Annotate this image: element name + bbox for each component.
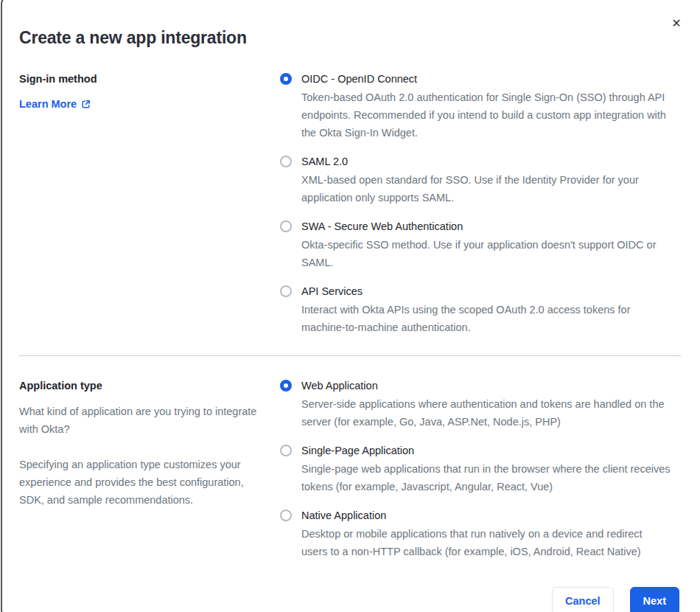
radio-option-description: Desktop or mobile applications that run … bbox=[301, 525, 671, 560]
signin-method-section: Sign-in method Learn More OIDC - OpenID … bbox=[19, 71, 681, 336]
radio-unselected-icon[interactable] bbox=[280, 445, 292, 456]
signin-method-left-column: Sign-in method Learn More bbox=[19, 71, 280, 112]
radio-option-text: Web ApplicationServer-side applications … bbox=[301, 378, 671, 431]
radio-option-api-services[interactable]: API ServicesInteract with Okta APIs usin… bbox=[280, 283, 681, 336]
radio-option-text: API ServicesInteract with Okta APIs usin… bbox=[301, 283, 671, 336]
radio-option-description: Single-page web applications that run in… bbox=[301, 460, 671, 495]
radio-unselected-icon[interactable] bbox=[280, 220, 292, 232]
dialog-footer: Cancel Next bbox=[19, 587, 681, 612]
radio-option-description: XML-based open standard for SSO. Use if … bbox=[301, 171, 671, 206]
radio-option-text: Native ApplicationDesktop or mobile appl… bbox=[301, 507, 671, 560]
radio-option-label[interactable]: Web Application bbox=[301, 378, 671, 394]
external-link-icon bbox=[81, 100, 91, 109]
radio-option-label[interactable]: SWA - Secure Web Authentication bbox=[301, 218, 671, 234]
radio-option-text: OIDC - OpenID ConnectToken-based OAuth 2… bbox=[301, 71, 671, 142]
cancel-button[interactable]: Cancel bbox=[552, 587, 614, 612]
radio-option-native-application[interactable]: Native ApplicationDesktop or mobile appl… bbox=[280, 507, 681, 560]
radio-selected-icon[interactable] bbox=[280, 73, 292, 85]
application-type-description-2: Specifying an application type customize… bbox=[19, 456, 270, 509]
radio-selected-icon[interactable] bbox=[280, 380, 292, 392]
application-type-label: Application type bbox=[19, 378, 280, 394]
radio-option-text: SWA - Secure Web AuthenticationOkta-spec… bbox=[301, 218, 671, 271]
learn-more-label: Learn More bbox=[19, 96, 77, 112]
radio-option-description: Server-side applications where authentic… bbox=[301, 395, 671, 431]
radio-option-label[interactable]: Native Application bbox=[301, 507, 671, 524]
radio-option-description: Okta-specific SSO method. Use if your ap… bbox=[301, 236, 671, 271]
application-type-description-1: What kind of application are you trying … bbox=[19, 403, 270, 438]
radio-option-label[interactable]: API Services bbox=[301, 283, 671, 299]
next-button[interactable]: Next bbox=[630, 587, 679, 612]
radio-unselected-icon[interactable] bbox=[280, 285, 292, 297]
section-divider bbox=[19, 355, 681, 356]
signin-method-label: Sign-in method bbox=[19, 71, 280, 87]
radio-option-label[interactable]: OIDC - OpenID Connect bbox=[301, 71, 671, 87]
create-app-integration-dialog: Create a new app integration Sign-in met… bbox=[0, 0, 700, 612]
dialog-title: Create a new app integration bbox=[19, 28, 681, 48]
radio-option-text: Single-Page ApplicationSingle-page web a… bbox=[301, 442, 671, 495]
radio-option-saml-2-0[interactable]: SAML 2.0XML-based open standard for SSO.… bbox=[280, 153, 681, 206]
radio-option-web-application[interactable]: Web ApplicationServer-side applications … bbox=[280, 378, 681, 431]
application-type-section: Application type What kind of applicatio… bbox=[19, 378, 681, 560]
radio-option-label[interactable]: SAML 2.0 bbox=[301, 153, 671, 170]
radio-option-description: Interact with Okta APIs using the scoped… bbox=[301, 301, 671, 336]
application-type-left-column: Application type What kind of applicatio… bbox=[19, 378, 280, 509]
radio-option-description: Token-based OAuth 2.0 authentication for… bbox=[301, 88, 671, 142]
radio-option-text: SAML 2.0XML-based open standard for SSO.… bbox=[301, 153, 671, 206]
radio-option-swa-secure-web-authentication[interactable]: SWA - Secure Web AuthenticationOkta-spec… bbox=[280, 218, 681, 271]
application-type-radio-group: Web ApplicationServer-side applications … bbox=[280, 378, 681, 560]
radio-unselected-icon[interactable] bbox=[280, 510, 292, 521]
radio-option-single-page-application[interactable]: Single-Page ApplicationSingle-page web a… bbox=[280, 442, 681, 495]
signin-method-radio-group: OIDC - OpenID ConnectToken-based OAuth 2… bbox=[280, 71, 681, 336]
radio-unselected-icon[interactable] bbox=[280, 156, 292, 167]
radio-option-label[interactable]: Single-Page Application bbox=[301, 442, 671, 459]
radio-option-oidc-openid-connect[interactable]: OIDC - OpenID ConnectToken-based OAuth 2… bbox=[280, 71, 681, 142]
close-icon[interactable]: ✕ bbox=[668, 15, 685, 32]
learn-more-link[interactable]: Learn More bbox=[19, 96, 91, 112]
